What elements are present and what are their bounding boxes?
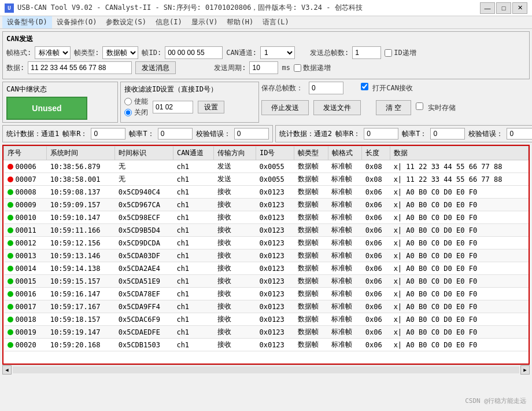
table-row[interactable]: 00020 10:59:20.168 0x5CDB1503 ch1 接收 0x0… [4,339,529,351]
menu-param-set[interactable]: 参数设定(S) [101,16,151,28]
cell-id: 0x0055 [256,160,294,173]
cell-id: 0x0123 [256,237,294,249]
close-button[interactable]: ✕ [512,2,527,14]
cell-len: 0x06 [362,237,390,249]
cell-time-id: 无 [115,160,173,173]
cell-can-ch: ch1 [173,339,213,351]
cell-data: x| A0 B0 C0 D0 E0 F0 [390,249,529,262]
scroll-left-arrow[interactable]: ◀ [2,365,12,375]
cell-seq: 00012 [4,237,47,249]
table-row[interactable]: 00006 10:38:56.879 无 ch1 发送 0x0055 数据帧 标… [4,160,529,173]
table-row[interactable]: 00013 10:59:13.146 0x5CDA03DF ch1 接收 0x0… [4,249,529,262]
frame-type-label: 帧类型: [74,48,99,58]
table-row[interactable]: 00019 10:59:19.147 0x5CDAEDFE ch1 接收 0x0… [4,326,529,339]
table-row[interactable]: 00008 10:59:08.137 0x5CD940C4 ch1 接收 0x0… [4,186,529,199]
cell-sys-time: 10:59:08.137 [47,186,115,199]
table-row[interactable]: 00009 10:59:09.157 0x5CD967CA ch1 接收 0x0… [4,199,529,211]
scroll-track[interactable] [13,366,519,373]
cell-sys-time: 10:59:10.147 [47,211,115,224]
frame-type-select[interactable]: 数据帧 远程帧 [102,46,138,59]
save-total-input[interactable]: 0 [309,82,343,94]
cell-id: 0x0123 [256,211,294,224]
table-row[interactable]: 00017 10:59:17.167 0x5CDA9FF4 ch1 接收 0x0… [4,300,529,313]
table-row[interactable]: 00014 10:59:14.138 0x5CDA2AE4 ch1 接收 0x0… [4,262,529,275]
middle-section: CAN中继状态 Unused 接收滤波ID设置（直接ID号） 使能 关闭 01 … [2,82,530,123]
table-row[interactable]: 00015 10:59:15.157 0x5CDA51E9 ch1 接收 0x0… [4,275,529,288]
scroll-right-arrow[interactable]: ▶ [520,365,530,375]
table-row[interactable]: 00018 10:59:18.157 0x5CDAC6F9 ch1 接收 0x0… [4,313,529,326]
filter-enable-label: 使能 [134,97,148,107]
cell-data: x| A0 B0 C0 D0 E0 F0 [390,262,529,275]
minimize-button[interactable]: — [480,2,495,14]
relay-title: CAN中继状态 [6,85,114,94]
data-input[interactable]: 11 22 33 44 55 66 77 88 [28,61,132,74]
filter-enable-radio[interactable] [124,98,132,105]
menu-bar: 设备型号(D) 设备操作(O) 参数设定(S) 信息(I) 显示(V) 帮助(H… [0,16,532,29]
table-row[interactable]: 00011 10:59:11.166 0x5CD9B5D4 ch1 接收 0x0… [4,224,529,237]
menu-help[interactable]: 帮助(H) [222,16,258,28]
filter-disable-radio[interactable] [124,109,132,116]
window-title: USB-CAN Tool V9.02 - CANalyst-II - SN:序列… [17,3,363,13]
realtime-save-checkbox[interactable] [416,102,423,110]
cell-len: 0x06 [362,211,390,224]
horizontal-scrollbar[interactable]: ◀ ▶ [2,365,530,374]
maximize-button[interactable]: □ [496,2,511,14]
cell-len: 0x08 [362,160,390,173]
can-send-title: CAN发送 [6,34,526,44]
send-total-input[interactable]: 1 [352,46,381,59]
cell-frame-fmt: 标准帧 [328,160,362,173]
status-dot [8,253,13,259]
table-row[interactable]: 00010 10:59:10.147 0x5CD98ECF ch1 接收 0x0… [4,211,529,224]
table-row[interactable]: 00012 10:59:12.156 0x5CD9DCDA ch1 接收 0x0… [4,237,529,249]
cell-time-id: 0x5CD9B5D4 [115,224,173,237]
cell-len: 0x06 [362,275,390,288]
stop-send-button[interactable]: 停止发送 [261,100,309,115]
cell-id: 0x0055 [256,173,294,186]
data-table-container[interactable]: 序号 系统时间 时间标识 CAN通道 传输方向 ID号 帧类型 帧格式 长度 数… [2,145,530,365]
col-frame-type: 帧类型 [294,146,328,160]
send-total-label: 发送总帧数: [310,48,349,58]
cell-frame-type: 数据帧 [294,173,328,186]
cell-id: 0x0123 [256,262,294,275]
col-data: 数据 [390,146,529,160]
send-period-input[interactable]: 10 [249,61,278,74]
filter-id-input[interactable]: 01 02 [153,101,193,113]
menu-display[interactable]: 显示(V) [187,16,223,28]
relay-status-button[interactable]: Unused [6,97,87,120]
table-row[interactable]: 00016 10:59:16.147 0x5CDA78EF ch1 接收 0x0… [4,288,529,300]
cell-frame-type: 数据帧 [294,211,328,224]
filter-disable-label: 关闭 [134,108,148,118]
can-channel-select[interactable]: 1 2 [260,46,295,59]
stats-ch1-r-input: 0 [91,128,125,140]
clear-button[interactable]: 清 空 [376,100,411,115]
filter-section: 接收滤波ID设置（直接ID号） 使能 关闭 01 02 设置 [120,82,259,123]
menu-device-op[interactable]: 设备操作(O) [52,16,102,28]
cell-dir: 接收 [214,313,256,326]
table-row[interactable]: 00007 10:38:58.001 无 ch1 发送 0x0055 数据帧 标… [4,173,529,186]
stats-ch2-panel: 统计数据：通道2 帧率R： 0 帧率T： 0 校验错误： 0 [275,125,532,142]
cell-time-id: 0x5CD967CA [115,199,173,211]
menu-device-type[interactable]: 设备型号(D) [2,16,52,28]
stats-section: 统计数据：通道1 帧率R： 0 帧率T： 0 校验错误： 0 统计数据：通道2 … [2,125,530,142]
frame-id-input[interactable]: 00 00 00 55 [165,46,223,59]
send-file-button[interactable]: 发送文件 [313,100,361,115]
cell-time-id: 0x5CDB1503 [115,339,173,351]
cell-sys-time: 10:59:18.157 [47,313,115,326]
cell-frame-type: 数据帧 [294,186,328,199]
cell-frame-fmt: 标准帧 [328,211,362,224]
cell-time-id: 0x5CDA51E9 [115,275,173,288]
open-can-recv-checkbox[interactable] [361,83,368,90]
menu-info[interactable]: 信息(I) [151,16,187,28]
status-dot [8,240,13,246]
menu-language[interactable]: 语言(L) [258,16,294,28]
cell-seq: 00006 [4,160,47,173]
id-increment-checkbox[interactable] [385,49,392,57]
data-increment-checkbox[interactable] [294,64,301,72]
send-msg-button[interactable]: 发送消息 [135,61,176,74]
cell-seq: 00019 [4,326,47,339]
data-increment-group: 数据递增 [294,63,331,73]
cell-sys-time: 10:59:16.147 [47,288,115,300]
frame-format-select[interactable]: 标准帧 扩展帧 [35,46,71,59]
filter-set-button[interactable]: 设置 [198,101,224,113]
cell-time-id: 0x5CDAC6F9 [115,313,173,326]
